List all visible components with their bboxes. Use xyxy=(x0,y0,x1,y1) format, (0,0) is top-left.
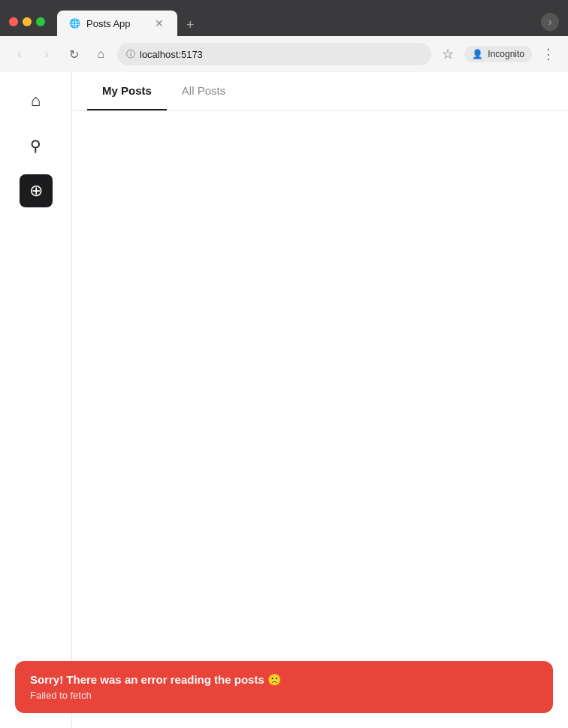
home-icon: ⌂ xyxy=(31,91,41,110)
nav-right-controls: ☆ 👤 Incognito ⋮ xyxy=(437,44,559,65)
tabs-header: My Posts All Posts xyxy=(72,72,568,111)
forward-button[interactable]: › xyxy=(36,44,57,65)
new-tab-button[interactable]: + xyxy=(183,14,198,36)
sidebar-item-home[interactable]: ⌂ xyxy=(20,84,53,117)
reload-button[interactable]: ↻ xyxy=(63,44,84,65)
tab-title: Posts App xyxy=(86,18,131,29)
app-container: ⌂ ⚲ ⊕ My Posts All Posts Sorry! There wa… xyxy=(0,72,568,728)
minimize-button[interactable] xyxy=(23,17,32,26)
search-icon: ⚲ xyxy=(30,137,41,155)
browser-chrome: 🌐 Posts App ✕ + › ‹ › ↻ ⌂ ⓘ localhost:51… xyxy=(0,0,568,72)
incognito-icon: 👤 xyxy=(472,49,483,59)
incognito-button[interactable]: 👤 Incognito xyxy=(464,46,532,62)
browser-menu-button[interactable]: ⋮ xyxy=(538,44,559,65)
security-icon: ⓘ xyxy=(126,48,135,61)
back-button[interactable]: ‹ xyxy=(9,44,30,65)
traffic-lights xyxy=(9,17,45,26)
tab-page-icon: 🌐 xyxy=(69,18,80,29)
sidebar-item-search[interactable]: ⚲ xyxy=(20,129,53,162)
bookmark-button[interactable]: ☆ xyxy=(437,44,458,65)
tab-bar: 🌐 Posts App ✕ + xyxy=(57,8,535,36)
content-area xyxy=(72,111,568,728)
main-content: My Posts All Posts xyxy=(72,72,568,728)
error-subtitle: Failed to fetch xyxy=(30,690,538,701)
add-icon: ⊕ xyxy=(29,181,43,201)
close-button[interactable] xyxy=(9,17,18,26)
extensions-button[interactable]: › xyxy=(541,13,559,31)
tab-close-button[interactable]: ✕ xyxy=(153,17,165,29)
maximize-button[interactable] xyxy=(36,17,45,26)
sidebar-item-new-post[interactable]: ⊕ xyxy=(20,174,53,207)
error-toast: Sorry! There was an error reading the po… xyxy=(15,661,553,713)
nav-bar: ‹ › ↻ ⌂ ⓘ localhost:5173 ☆ 👤 Incognito ⋮ xyxy=(0,36,568,72)
error-title: Sorry! There was an error reading the po… xyxy=(30,673,538,687)
tab-all-posts[interactable]: All Posts xyxy=(167,72,240,110)
browser-tab-active[interactable]: 🌐 Posts App ✕ xyxy=(57,11,177,36)
tab-my-posts[interactable]: My Posts xyxy=(87,72,167,110)
title-bar: 🌐 Posts App ✕ + › xyxy=(0,0,568,36)
home-button[interactable]: ⌂ xyxy=(90,44,111,65)
incognito-label: Incognito xyxy=(488,49,524,59)
url-text: localhost:5173 xyxy=(140,49,203,60)
address-bar[interactable]: ⓘ localhost:5173 xyxy=(117,43,431,65)
sidebar: ⌂ ⚲ ⊕ xyxy=(0,72,72,728)
